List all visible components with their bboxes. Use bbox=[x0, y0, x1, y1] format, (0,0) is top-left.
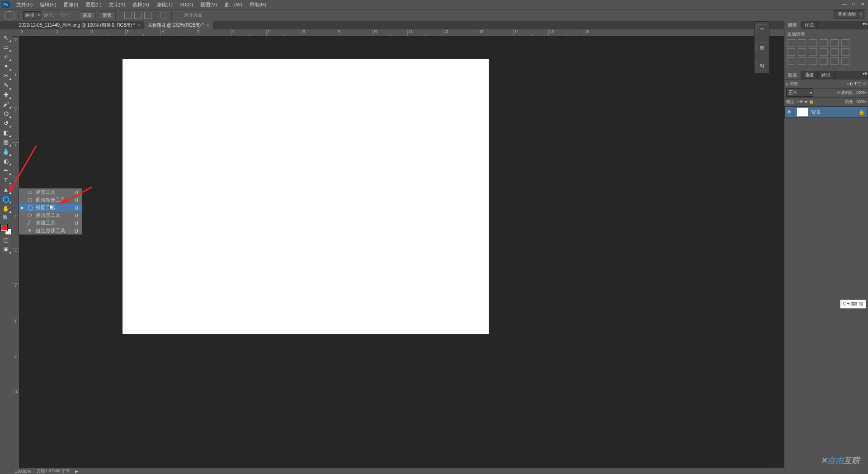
adjustment-icon[interactable] bbox=[841, 57, 849, 65]
adjustment-icon[interactable] bbox=[830, 48, 839, 56]
flyout-自定形状工具[interactable]: ✴自定形状工具U bbox=[19, 227, 82, 235]
tab-2-label: 未标题-1 @ 131%(RGB/8) * bbox=[148, 22, 204, 28]
opacity-label: 不透明度: bbox=[837, 90, 854, 96]
dock-histogram-icon[interactable]: ≣ bbox=[756, 24, 767, 34]
history-brush-tool[interactable]: ↺ bbox=[1, 118, 11, 128]
heal-tool[interactable]: ✚ bbox=[1, 90, 11, 99]
opacity-value[interactable]: 100% bbox=[856, 90, 866, 95]
maximize-button[interactable]: □ bbox=[851, 1, 856, 6]
mask-button[interactable]: 蒙版 bbox=[79, 11, 96, 19]
lasso-tool[interactable]: 𝒪 bbox=[1, 52, 11, 61]
zoom-tool[interactable]: 🔍 bbox=[1, 213, 11, 223]
move-tool[interactable]: ↖ bbox=[1, 33, 11, 42]
layers-panel-tabs: 图层 通道 路径 ▾≡ bbox=[784, 71, 868, 79]
canvas[interactable] bbox=[123, 59, 489, 334]
brush-tool[interactable]: 🖌 bbox=[1, 99, 11, 109]
tab-channels[interactable]: 通道 bbox=[801, 71, 818, 79]
tab-adjustments[interactable]: 调整 bbox=[784, 21, 801, 29]
menu-image[interactable]: 图像(I) bbox=[60, 0, 82, 9]
eyedropper-tool[interactable]: ✎ bbox=[1, 80, 11, 90]
adjustment-icon[interactable] bbox=[830, 39, 839, 47]
tab-paths[interactable]: 路径 bbox=[818, 71, 835, 79]
adjustment-icon[interactable] bbox=[787, 48, 795, 56]
marquee-tool[interactable]: ▭ bbox=[1, 42, 11, 52]
tab-layers[interactable]: 图层 bbox=[784, 71, 801, 79]
menu-3d[interactable]: 3D(D) bbox=[176, 0, 197, 9]
annotation-arrow-1 bbox=[9, 144, 41, 194]
layer-thumbnail[interactable] bbox=[797, 108, 808, 117]
fg-color-swatch[interactable] bbox=[1, 225, 7, 231]
adjustment-icon[interactable] bbox=[820, 48, 828, 56]
adjustment-icon[interactable] bbox=[787, 39, 795, 47]
adjustment-icon[interactable] bbox=[798, 48, 806, 56]
menu-help[interactable]: 帮助(H) bbox=[246, 0, 270, 9]
ruler-horizontal[interactable]: 012345678910111213141516 bbox=[19, 29, 868, 37]
close-button[interactable]: ✕ bbox=[860, 1, 865, 6]
annotation-arrow-2 bbox=[58, 186, 94, 207]
layer-kind-select[interactable]: ρ 类型 bbox=[786, 81, 798, 87]
adjustment-icon[interactable] bbox=[841, 48, 849, 56]
tab-2-close-icon[interactable]: × bbox=[207, 23, 209, 28]
visibility-icon[interactable]: 👁 bbox=[785, 107, 794, 117]
zoom-level[interactable]: 130.65% bbox=[15, 469, 31, 474]
tab-1-close-icon[interactable]: × bbox=[137, 23, 140, 28]
gear-icon[interactable] bbox=[160, 12, 167, 19]
doc-info-arrow-icon[interactable]: ▶ bbox=[75, 469, 78, 474]
adjustment-icon[interactable] bbox=[798, 57, 806, 65]
fill-value[interactable]: 100% bbox=[856, 99, 866, 104]
adjustment-icon[interactable] bbox=[809, 39, 817, 47]
ime-indicator[interactable]: CH ⌨ 简 bbox=[840, 300, 866, 309]
hand-tool[interactable]: ✋ bbox=[1, 204, 11, 213]
layer-name: 背景 bbox=[811, 109, 821, 116]
dock-strip: ≣ ▤ A| bbox=[754, 21, 769, 74]
screen-mode-tool[interactable]: ▣ bbox=[1, 244, 11, 254]
layers-panel-menu-icon[interactable]: ▾≡ bbox=[862, 71, 868, 79]
align-edges-checkbox[interactable] bbox=[176, 13, 181, 18]
adjustment-icon[interactable] bbox=[830, 57, 839, 65]
tab-1[interactable]: 2022-12-08_111449_副本.png @ 100% (图层 0, R… bbox=[15, 21, 144, 29]
ruler-vertical[interactable]: 01234567891 0 bbox=[12, 37, 19, 468]
adjustment-icon[interactable] bbox=[798, 39, 806, 47]
adjustment-icon[interactable] bbox=[841, 39, 849, 47]
color-swatches[interactable] bbox=[1, 225, 11, 235]
dock-color-icon[interactable]: ▤ bbox=[756, 42, 767, 52]
menu-filter[interactable]: 滤镜(T) bbox=[153, 0, 176, 9]
doc-info[interactable]: 文档:1.37M/0 字节 bbox=[37, 468, 70, 474]
adjustment-icon[interactable] bbox=[787, 57, 795, 65]
magic-wand-tool[interactable]: ✦ bbox=[1, 61, 11, 71]
tool-mode-select[interactable]: 路径 bbox=[23, 11, 41, 19]
crop-tool[interactable]: ✂ bbox=[1, 71, 11, 80]
menu-select[interactable]: 选择(S) bbox=[129, 0, 153, 9]
adjustment-icon[interactable] bbox=[820, 39, 828, 47]
adjustment-icon[interactable] bbox=[820, 57, 828, 65]
flyout-直线工具[interactable]: ╱直线工具U bbox=[19, 219, 82, 227]
pathop-3-icon[interactable] bbox=[144, 12, 151, 19]
menu-edit[interactable]: 编辑(E) bbox=[36, 0, 60, 9]
ellipse-tool-icon[interactable] bbox=[5, 11, 14, 19]
stamp-tool[interactable]: ⌬ bbox=[1, 109, 11, 118]
tab-styles[interactable]: 样式 bbox=[801, 21, 818, 29]
eraser-tool[interactable]: ◧ bbox=[1, 128, 11, 137]
shape-button[interactable]: 形状 bbox=[99, 11, 116, 19]
menu-view[interactable]: 视图(V) bbox=[197, 0, 221, 9]
layer-background[interactable]: 👁 背景 🔒 bbox=[784, 106, 868, 118]
quick-mask-tool[interactable]: ◫ bbox=[1, 235, 11, 244]
pathop-2-icon[interactable] bbox=[134, 12, 142, 19]
menu-layer[interactable]: 图层(L) bbox=[82, 0, 105, 9]
workspace-select[interactable]: 基本功能 bbox=[834, 10, 864, 19]
blend-mode-select[interactable]: 正常 bbox=[786, 89, 813, 97]
minimize-button[interactable]: — bbox=[842, 1, 847, 6]
adjust-panel-menu-icon[interactable]: ▾≡ bbox=[862, 21, 868, 29]
menu-type[interactable]: 文字(Y) bbox=[105, 0, 129, 9]
tab-2[interactable]: 未标题-1 @ 131%(RGB/8) *× bbox=[144, 21, 213, 29]
menu-window[interactable]: 窗口(W) bbox=[221, 0, 246, 9]
dock-character-icon[interactable]: A| bbox=[756, 61, 767, 70]
menu-file[interactable]: 文件(F) bbox=[13, 0, 36, 9]
pathop-1-icon[interactable] bbox=[124, 12, 132, 19]
flyout-多边形工具[interactable]: ⬠多边形工具U bbox=[19, 211, 82, 219]
adjustment-icon[interactable] bbox=[809, 48, 817, 56]
adjustment-icon[interactable] bbox=[809, 57, 817, 65]
selection-button[interactable]: 选区… bbox=[57, 12, 76, 19]
shape-tool[interactable]: ◯ bbox=[1, 194, 11, 204]
layer-blend-row: 正常 不透明度: 100% bbox=[784, 88, 868, 97]
